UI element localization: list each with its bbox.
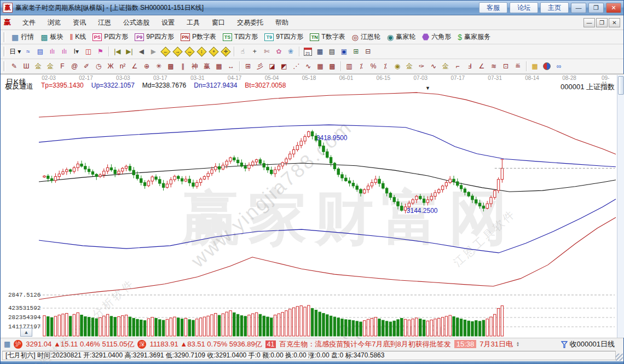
gold-bar-icon[interactable]: 金 — [403, 60, 415, 72]
percent-strike-icon[interactable]: ⁒ — [355, 60, 367, 72]
shen-tool-icon[interactable]: 神 — [189, 60, 201, 72]
minimize-button[interactable]: — — [571, 3, 586, 13]
chart-square-icon[interactable]: ⊡ — [500, 60, 512, 72]
erase-icon[interactable]: ✄ — [261, 45, 273, 57]
angle-tool-icon[interactable]: ∠ — [129, 60, 141, 72]
gold-grid-a-icon[interactable]: 金 — [32, 60, 44, 72]
infinity-icon[interactable]: ∞ — [553, 60, 565, 72]
pane-collapse-button[interactable]: ▲ — [20, 328, 32, 337]
pattern-icon[interactable]: ◫ — [82, 45, 94, 57]
span-arrows-icon[interactable]: ↔ — [225, 60, 237, 72]
grid-gold-icon[interactable]: ▦ — [529, 60, 541, 72]
hexagon-button[interactable]: 六角形 — [419, 31, 454, 43]
circle-cross-icon[interactable]: ⊕ — [141, 60, 153, 72]
zigzag-icon[interactable]: ∿ — [302, 60, 314, 72]
sectors-button[interactable]: ▩板块 — [37, 31, 66, 43]
wave-cross-icon[interactable]: ∿ — [427, 60, 440, 72]
zoom-all-icon[interactable]: ✛ — [219, 45, 232, 57]
menu-item-7[interactable]: 工具 — [181, 16, 206, 29]
crosshair-icon[interactable]: + — [249, 45, 261, 57]
brush-icon[interactable]: ✑ — [415, 60, 427, 72]
spiral-icon[interactable]: @ — [68, 60, 80, 72]
taichi-icon[interactable] — [541, 60, 553, 72]
ratio-table-icon[interactable]: ▥ — [343, 60, 355, 72]
close-button[interactable]: ✕ — [606, 3, 621, 13]
menu-item-6[interactable]: 设置 — [155, 16, 181, 29]
flag-icon[interactable]: ⚑ — [94, 45, 106, 57]
candle-period-icon[interactable]: Ⅰ▾ — [70, 45, 82, 57]
expand-v-icon[interactable]: ↕ — [195, 45, 207, 57]
hatch-icon[interactable]: ⋰ — [290, 60, 302, 72]
p-number-table-button[interactable]: PNP数字表 — [177, 31, 219, 43]
quotes-mini-icon[interactable]: ▦ — [4, 340, 10, 348]
shift-right-icon[interactable]: → — [171, 45, 183, 57]
seat-icon[interactable]: ≝ — [512, 60, 524, 72]
gold-circle-icon[interactable]: ◉ — [391, 60, 403, 72]
next-icon[interactable]: ▶ — [147, 45, 159, 57]
quotes-button[interactable]: ▦行情 — [8, 31, 37, 43]
menu-item-10[interactable]: 帮助 — [269, 16, 294, 29]
fan-square-b-icon[interactable]: ◩ — [278, 60, 290, 72]
first-icon[interactable]: |◀ — [111, 45, 123, 57]
9t-square-button[interactable]: T99T四方形 — [261, 31, 307, 43]
f-tool-icon[interactable]: F — [56, 60, 68, 72]
menu-item-2[interactable]: 浏览 — [42, 16, 67, 29]
doc-icon[interactable]: ▤ — [34, 45, 46, 57]
j-angle-icon[interactable]: ⌐ — [452, 60, 464, 72]
pen-b-icon[interactable]: ✐ — [80, 60, 93, 72]
gold-line-icon[interactable]: 金 — [440, 60, 452, 72]
mdi-restore-button[interactable]: ❐ — [596, 18, 608, 27]
notepad-icon[interactable]: ▤ — [326, 45, 338, 57]
gann-wheel-button[interactable]: ◎江恩轮 — [349, 31, 384, 43]
p-square-button[interactable]: PSP四方形 — [89, 31, 131, 43]
grid-c-icon[interactable]: ▦ — [314, 60, 326, 72]
resize-grip[interactable] — [616, 354, 623, 361]
percent-icon[interactable]: % — [367, 60, 379, 72]
news-count-badge[interactable]: 41 — [265, 340, 276, 348]
n-square-icon[interactable]: n² — [117, 60, 129, 72]
f-angle-icon[interactable]: Ⅎ — [464, 60, 476, 72]
wave-icon[interactable]: ≈ — [22, 45, 34, 57]
mask-pink-icon[interactable]: ✿ — [273, 45, 285, 57]
winner-service-button[interactable]: $赢家服务 — [454, 31, 494, 43]
square-handles-icon[interactable]: ⊞ — [242, 60, 254, 72]
title-bar[interactable]: 赢 赢家老子时空周期系统[纵横版] - [上证指数 SH000001-151日K… — [1, 1, 623, 15]
scrollbar-thumb[interactable] — [618, 76, 624, 95]
star-burst-icon[interactable]: ✳ — [153, 60, 165, 72]
winner-wheel-button[interactable]: ◉赢家轮 — [384, 31, 419, 43]
bars3-icon[interactable]: ılı — [46, 45, 58, 57]
rail-icon[interactable]: Ш — [20, 60, 32, 72]
home-button[interactable]: 主页 — [540, 2, 569, 13]
zoom-in-icon[interactable]: + — [207, 45, 219, 57]
calendar-icon[interactable]: 21 — [302, 45, 314, 57]
menu-item-1[interactable]: 文件 — [16, 16, 42, 29]
grid-123-icon[interactable]: ▦ — [213, 60, 225, 72]
mask-blue-icon[interactable]: ❀ — [285, 45, 297, 57]
bars-pair-icon[interactable]: ∥ — [177, 60, 189, 72]
mdi-close-button[interactable]: ✕ — [609, 18, 620, 27]
save-icon[interactable]: ▣ — [338, 45, 350, 57]
rail-b-icon[interactable]: Ж — [105, 60, 117, 72]
pen-flag-icon[interactable]: ✎ — [8, 60, 20, 72]
menu-item-3[interactable]: 资讯 — [67, 16, 92, 29]
shift-left-icon[interactable]: ← — [159, 45, 171, 57]
calculator-icon[interactable]: ▦ — [314, 45, 326, 57]
menu-item-4[interactable]: 江恩 — [92, 16, 117, 29]
customer-service-button[interactable]: 客服 — [479, 2, 507, 13]
kline-button[interactable]: ‖K线 — [66, 31, 89, 43]
percent-line-icon[interactable]: ⁒ — [379, 60, 391, 72]
gold-grid-b-icon[interactable]: 金 — [44, 60, 56, 72]
prev-icon[interactable]: ◀ — [135, 45, 147, 57]
grid-d-icon[interactable]: ▩ — [326, 60, 338, 72]
restore-button[interactable]: ❐ — [588, 3, 604, 13]
expand-h-icon[interactable]: ↔ — [183, 45, 195, 57]
export-icon[interactable]: ⊞ — [350, 45, 362, 57]
speed-lines-icon[interactable]: ≋ — [488, 60, 500, 72]
ying-tool-icon[interactable]: 赢 — [201, 60, 213, 72]
period-selector-button[interactable]: 日 ▾ — [8, 45, 22, 57]
bars9-icon[interactable]: ılı — [58, 45, 70, 57]
hand-icon[interactable]: ☝ — [236, 45, 249, 57]
time-circle-icon[interactable]: ◷ — [93, 60, 105, 72]
dense-grid-icon[interactable]: ▩ — [165, 60, 177, 72]
gold-angle-icon[interactable]: ∠ — [476, 60, 488, 72]
